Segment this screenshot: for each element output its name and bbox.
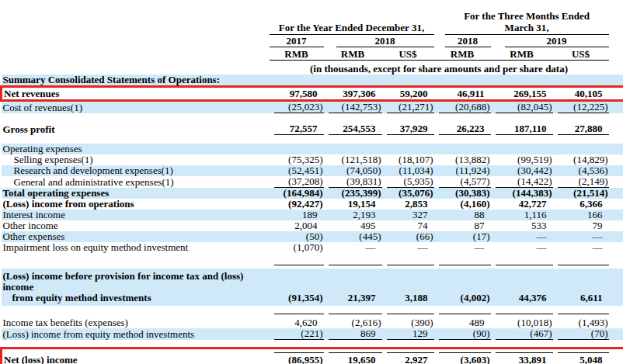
value-cell: (2,149)	[558, 176, 609, 188]
value-cell: (5,935)	[387, 176, 434, 188]
value-cell: —	[558, 242, 609, 253]
spacer-row	[2, 340, 623, 348]
row-operating-expenses-heading: Operating expenses	[2, 144, 623, 154]
row-income-tax-benefits: Income tax benefits (expenses) 4,620 (2,…	[2, 317, 623, 328]
value-cell: 166	[558, 210, 609, 220]
value-cell: (66)	[387, 231, 434, 242]
value-cell: (142,753)	[329, 102, 382, 113]
value-cell: (75,325)	[274, 154, 324, 165]
row-label: Net (loss) income	[2, 348, 270, 364]
value-cell: 19,154	[329, 199, 382, 210]
value-cell: (25,023)	[274, 102, 324, 113]
value-cell: (14,422)	[496, 176, 553, 188]
units-note: (in thousands, except for share amounts …	[270, 60, 609, 75]
value-cell: 3,188	[387, 293, 434, 303]
value-cell: (445)	[329, 231, 382, 242]
value-cell: 88	[439, 210, 491, 220]
spacer-rule-row	[2, 253, 623, 269]
value-cell: 5,048	[558, 352, 609, 364]
value-cell: 4,620	[274, 317, 324, 328]
row-interest-income: Interest income 189 2,193 327 88 1,116 1…	[2, 210, 623, 220]
value-cell: 327	[387, 210, 434, 220]
value-cell: (86,955)	[274, 352, 324, 364]
value-cell: 46,911	[439, 88, 491, 99]
row-impairment-loss: Impairment loss on equity method investm…	[2, 242, 623, 253]
value-cell: (14,829)	[558, 154, 609, 165]
value-cell: 129	[387, 328, 434, 340]
row-label: Gross profit	[2, 123, 270, 135]
value-cell: 79	[558, 220, 609, 231]
value-cell: 59,200	[387, 88, 434, 99]
year-2018: 2018	[336, 36, 434, 47]
value-cell: 42,727	[496, 199, 553, 210]
value-cell: (39,831)	[329, 176, 382, 188]
value-cell: 21,397	[329, 293, 382, 303]
value-cell: 189	[274, 210, 324, 220]
value-cell: (144,383)	[496, 188, 553, 199]
value-cell: 6,611	[558, 293, 609, 303]
value-cell: 397,306	[329, 88, 382, 99]
row-label: Total operating expenses	[2, 188, 270, 199]
row-label: Impairment loss on equity method investm…	[2, 242, 270, 253]
value-cell: (4,160)	[439, 199, 491, 210]
value-cell: 269,155	[496, 88, 553, 99]
quarter-2019: 2019	[505, 36, 609, 47]
row-label: Operating expenses	[2, 144, 623, 154]
currency-label: US$	[382, 47, 434, 60]
value-cell: (10,018)	[496, 317, 553, 328]
value-cell: 2,853	[387, 199, 434, 210]
value-cell: (21,271)	[387, 102, 434, 113]
value-cell: (221)	[274, 328, 324, 340]
value-cell: (52,451)	[274, 165, 324, 176]
value-cell: (20,688)	[439, 102, 491, 113]
value-cell: (235,399)	[329, 188, 382, 199]
row-label: (Loss) income from operations	[2, 199, 270, 210]
currency-label: US$	[553, 47, 609, 60]
header-currencies: RMB RMB US$ RMB RMB US$	[2, 47, 623, 60]
year-ended-group-header: For the Year Ended December 31,	[270, 22, 434, 35]
value-cell: 2,193	[329, 210, 382, 220]
value-cell: 533	[496, 220, 553, 231]
value-cell: 37,929	[387, 123, 434, 135]
value-cell: (17)	[439, 231, 491, 242]
value-cell: (121,518)	[329, 154, 382, 165]
row-other-income: Other income 2,004 495 74 87 533 79	[2, 220, 623, 231]
value-cell: (74,050)	[329, 165, 382, 176]
value-cell: —	[558, 231, 609, 242]
row-gross-profit: Gross profit 72,557 254,553 37,929 26,22…	[2, 123, 623, 135]
quarter-2018: 2018	[445, 36, 491, 47]
row-label: Interest income	[2, 210, 270, 220]
currency-label: RMB	[270, 47, 324, 60]
row-research-development-expenses: Research and development expenses(1) (52…	[2, 165, 623, 176]
value-cell: (21,514)	[558, 188, 609, 199]
row-selling-expenses: Selling expenses(1) (75,325) (121,518) (…	[2, 154, 623, 165]
header-units-note: (in thousands, except for share amounts …	[2, 60, 623, 75]
value-cell: 19,650	[329, 352, 382, 364]
row-label: Research and development expenses(1)	[2, 165, 270, 176]
three-months-group-header: For the Three Months Ended March 31,	[445, 10, 609, 35]
header-period-groups: For the Year Ended December 31, For the …	[2, 0, 623, 35]
value-cell: (13,882)	[439, 154, 491, 165]
value-cell: (37,208)	[274, 176, 324, 188]
row-label: Selling expenses(1)	[2, 154, 270, 165]
value-cell: 489	[439, 317, 491, 328]
currency-label: RMB	[324, 47, 382, 60]
value-cell: (3,603)	[439, 352, 491, 364]
row-label: Cost of revenues(1)	[2, 101, 270, 114]
spacer-rule-row	[2, 306, 623, 317]
row-label: Net revenues	[2, 87, 270, 101]
value-cell: 187,110	[496, 123, 553, 135]
value-cell: (91,354)	[274, 293, 324, 303]
row-label: Other income	[2, 220, 270, 231]
value-cell: (164,984)	[274, 188, 324, 199]
row-net-revenues highlight-box: Net revenues 97,580 397,306 59,200 46,91…	[2, 87, 623, 101]
row-general-administrative-expenses: General and administrative expenses(1) (…	[2, 176, 623, 188]
row-label: (Loss) income before provision for incom…	[2, 269, 270, 306]
value-cell: —	[387, 242, 434, 253]
value-cell: (1,070)	[274, 242, 324, 253]
row-label: Income tax benefits (expenses)	[2, 317, 270, 328]
value-cell: (35,076)	[387, 188, 434, 199]
value-cell: 97,580	[274, 88, 324, 99]
row-loss-income-before-tax: (Loss) income before provision for incom…	[2, 269, 623, 306]
row-loss-income-equity-method: (Loss) income from equity method investm…	[2, 328, 623, 340]
